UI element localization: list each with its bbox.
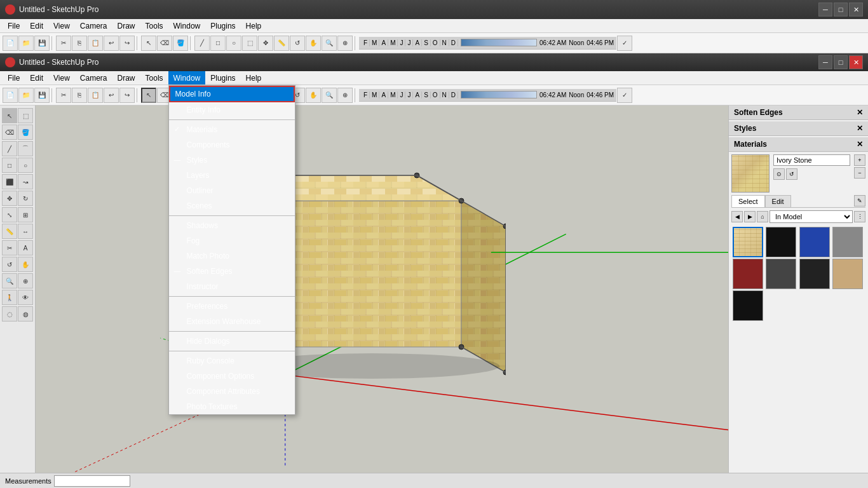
swatch-gray[interactable] xyxy=(832,227,863,257)
tb2-pan[interactable]: ✋ xyxy=(306,88,321,103)
tb2-zoom[interactable]: 🔍 xyxy=(322,88,337,103)
menu-file-1[interactable]: File xyxy=(3,19,25,32)
menu-item-outliner[interactable]: Outliner xyxy=(169,183,295,198)
tb-redo-1[interactable]: ↪ xyxy=(119,36,135,51)
menu-item-hide-dialogs[interactable]: Hide Dialogs xyxy=(169,334,295,349)
tb2-select[interactable]: ↖ xyxy=(141,88,156,103)
in-model-select[interactable]: In Model xyxy=(770,210,853,223)
menu-help-1[interactable]: Help xyxy=(241,19,267,32)
tb2-cut[interactable]: ✂ xyxy=(56,88,71,103)
tb2-save[interactable]: 💾 xyxy=(34,88,50,103)
menu-item-shadows[interactable]: Shadows xyxy=(169,218,295,233)
swatch-navy[interactable] xyxy=(799,227,830,257)
maximize-btn-2[interactable]: □ xyxy=(834,55,848,69)
maximize-btn-1[interactable]: □ xyxy=(834,3,848,17)
lt-dim-tool[interactable]: ↔ xyxy=(18,224,33,239)
tb-copy-1[interactable]: ⎘ xyxy=(72,36,87,51)
minimize-btn-2[interactable]: ─ xyxy=(818,55,832,69)
mat-detail-icon[interactable]: ⋮ xyxy=(854,211,865,222)
tb-save-1[interactable]: 💾 xyxy=(34,36,50,51)
tb-open-1[interactable]: 📁 xyxy=(18,36,34,51)
tb-paint-1[interactable]: 🪣 xyxy=(173,36,188,51)
tb-zoomext-1[interactable]: ⊕ xyxy=(337,36,353,51)
menu-tools-2[interactable]: Tools xyxy=(140,71,168,85)
lt-text-tool[interactable]: A xyxy=(18,240,33,255)
lt-selection-tool[interactable]: ⬚ xyxy=(18,108,33,123)
nav-home-icon[interactable]: ⌂ xyxy=(757,211,768,222)
lt-tape-tool[interactable]: 📏 xyxy=(2,224,17,239)
menu-view-2[interactable]: View xyxy=(48,71,75,85)
tb-orbit-1[interactable]: ↺ xyxy=(290,36,305,51)
tb-select-1[interactable]: ↖ xyxy=(141,36,156,51)
menu-item-layers[interactable]: Layers xyxy=(169,168,295,183)
lt-pan-tool[interactable]: ✋ xyxy=(18,257,33,272)
lt-circle-tool[interactable]: ○ xyxy=(18,158,33,173)
lt-zoomext-tool[interactable]: ⊕ xyxy=(18,273,33,288)
lt-follow-tool[interactable]: ↝ xyxy=(18,174,33,189)
lt-orbit-tool[interactable]: ↺ xyxy=(2,257,17,272)
minimize-btn-1[interactable]: ─ xyxy=(818,3,832,17)
lt-zoom-tool[interactable]: 🔍 xyxy=(2,273,17,288)
menu-camera-1[interactable]: Camera xyxy=(75,19,112,32)
lt-rect-tool[interactable]: □ xyxy=(2,158,17,173)
lt-scale-tool[interactable]: ⤡ xyxy=(2,207,17,222)
tb-checkmark-1[interactable]: ✓ xyxy=(617,36,632,51)
menu-item-styles[interactable]: Styles xyxy=(169,152,295,168)
edit-tab[interactable]: Edit xyxy=(765,195,791,207)
lt-move-tool[interactable]: ✥ xyxy=(2,191,17,206)
swatch-dark-gray[interactable] xyxy=(766,259,796,289)
mat-sample-icon[interactable]: ⊙ xyxy=(773,168,785,180)
nav-forward-icon[interactable]: ▶ xyxy=(744,211,756,222)
swatch-dark-red[interactable] xyxy=(733,259,763,289)
menu-item-materials[interactable]: Materials xyxy=(169,122,295,137)
mat-pencil-icon[interactable]: ✎ xyxy=(854,195,865,207)
menu-item-photo-textures[interactable]: Photo Textures xyxy=(169,399,295,414)
swatch-tan[interactable] xyxy=(832,259,863,289)
tb2-open[interactable]: 📁 xyxy=(18,88,34,103)
lt-rotate-tool[interactable]: ↻ xyxy=(18,191,33,206)
menu-item-ruby-console[interactable]: Ruby Console xyxy=(169,353,295,369)
menu-item-soften-edges[interactable]: Soften Edges xyxy=(169,264,295,279)
menu-draw-1[interactable]: Draw xyxy=(112,19,140,32)
lt-section-tool[interactable]: ✂ xyxy=(2,240,17,255)
menu-item-instructor[interactable]: Instructor xyxy=(169,279,295,294)
tb-paste-1[interactable]: 📋 xyxy=(88,36,103,51)
menu-item-model-info[interactable]: Model Info xyxy=(169,86,295,102)
tb-push-1[interactable]: ⬚ xyxy=(242,36,257,51)
tb-undo-1[interactable]: ↩ xyxy=(104,36,119,51)
viewport[interactable] xyxy=(36,105,728,473)
tb-tape-1[interactable]: 📏 xyxy=(274,36,289,51)
menu-plugins-2[interactable]: Plugins xyxy=(205,71,240,85)
tb2-undo[interactable]: ↩ xyxy=(104,88,119,103)
tb2-redo[interactable]: ↪ xyxy=(119,88,135,103)
menu-window-2[interactable]: Window Model Info Entity Info Materials … xyxy=(168,71,206,85)
menu-item-extension-warehouse[interactable]: Extension Warehouse xyxy=(169,314,295,329)
menu-file-2[interactable]: File xyxy=(3,71,25,85)
swatch-black[interactable] xyxy=(766,227,796,257)
tb-new-1[interactable]: 📄 xyxy=(3,36,18,51)
tb-line-1[interactable]: ╱ xyxy=(194,36,210,51)
close-btn-2[interactable]: ✕ xyxy=(849,55,863,69)
lt-line-tool[interactable]: ╱ xyxy=(2,141,17,156)
menu-draw-2[interactable]: Draw xyxy=(112,71,140,85)
tb-cut-1[interactable]: ✂ xyxy=(56,36,71,51)
materials-close[interactable]: ✕ xyxy=(857,140,863,149)
menu-tools-1[interactable]: Tools xyxy=(140,19,168,32)
select-tab[interactable]: Select xyxy=(731,195,765,207)
menu-help-2[interactable]: Help xyxy=(241,71,267,85)
lt-offset-tool[interactable]: ⊞ xyxy=(18,207,33,222)
tb2-copy[interactable]: ⎘ xyxy=(72,88,87,103)
lt-select-tool[interactable]: ↖ xyxy=(2,108,17,123)
mat-add-icon[interactable]: + xyxy=(854,154,865,166)
tb-circle-1[interactable]: ○ xyxy=(226,36,241,51)
soften-edges-close[interactable]: ✕ xyxy=(857,108,863,117)
styles-close[interactable]: ✕ xyxy=(857,124,863,133)
tb-zoom-1[interactable]: 🔍 xyxy=(322,36,337,51)
swatch-ivory-stone[interactable] xyxy=(733,227,763,257)
menu-item-match-photo[interactable]: Match Photo xyxy=(169,248,295,264)
close-btn-1[interactable]: ✕ xyxy=(849,3,863,17)
swatch-black2[interactable] xyxy=(733,290,763,321)
material-name-input[interactable] xyxy=(773,154,850,166)
lt-hidden-tool[interactable]: ◌ xyxy=(2,306,17,322)
tb-move-1[interactable]: ✥ xyxy=(258,36,273,51)
